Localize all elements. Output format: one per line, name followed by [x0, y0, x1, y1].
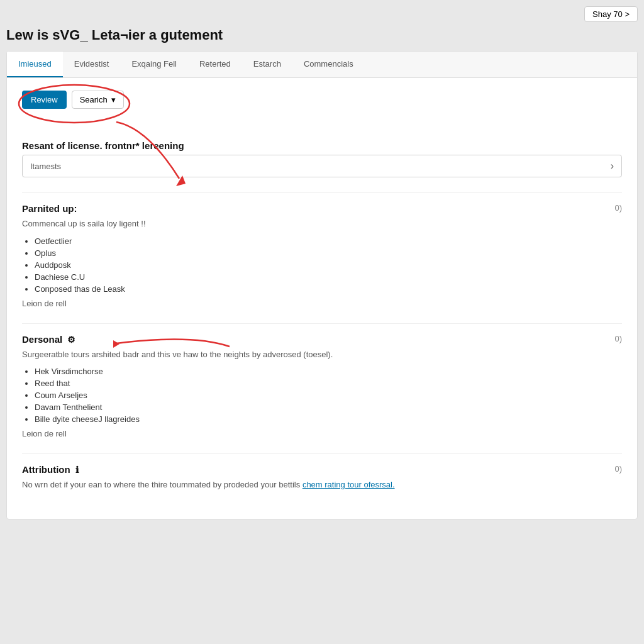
personal-count: 0) — [614, 334, 622, 343]
parnited-section: Parnited up: 0) Commencal up is saila lo… — [22, 203, 622, 308]
parnited-list: Oetfectlier Oplus Auddposk Dachiese C.U … — [22, 236, 622, 294]
list-item: Conposed thas de Leask — [35, 284, 622, 294]
list-item: Auddposk — [35, 260, 622, 270]
card-body: Review Searich ▾ Resant of license. fron… — [7, 78, 637, 519]
list-item: Dachiese C.U — [35, 272, 622, 282]
attribution-count: 0) — [614, 464, 622, 474]
divider-1 — [22, 192, 622, 193]
tab-exqaing-fell[interactable]: Exqaing Fell — [120, 52, 188, 77]
personal-icon: ⚙ — [67, 335, 75, 345]
parnited-learn-more: Leion de rell — [22, 299, 622, 308]
license-chevron-icon: › — [611, 160, 614, 172]
attribution-description: No wrn det if your ean to where the thir… — [22, 479, 622, 491]
divider-3 — [22, 453, 622, 454]
list-item: Oetfectlier — [35, 236, 622, 246]
personal-list: Hek Virsdimchorse Reed that Coum Arselje… — [22, 367, 622, 424]
tab-estarch[interactable]: Estarch — [242, 52, 292, 77]
top-bar: Shay 70 > — [6, 6, 638, 22]
personal-learn-more: Leion de rell — [22, 429, 622, 438]
license-title-row: Resant of license. frontnr* lereening — [22, 140, 622, 151]
tab-reterted[interactable]: Reterted — [188, 52, 242, 77]
toolbar: Review Searich ▾ — [22, 91, 622, 109]
personal-description: Surgeeratble tours arshited badr and thi… — [22, 348, 622, 361]
attribution-title-row: Attribution ℹ 0) — [22, 464, 622, 475]
list-item: Coum Arseljes — [35, 391, 622, 400]
attribution-link[interactable]: chem rating tour ofesrsal. — [303, 480, 395, 489]
attribution-icon: ℹ — [75, 465, 79, 475]
parnited-count: 0) — [614, 203, 622, 213]
list-item: Bille dyite cheeseJ llagreides — [35, 414, 622, 424]
list-item: Oplus — [35, 248, 622, 258]
personal-section: Dersonal ⚙ 0) Surgeeratble tours arshite… — [22, 334, 622, 439]
main-card: Imieused Evidestist Exqaing Fell Reterte… — [6, 51, 638, 519]
list-item: Davam Tenthelient — [35, 402, 622, 412]
list-item: Reed that — [35, 379, 622, 388]
tab-imieused[interactable]: Imieused — [7, 52, 63, 77]
license-dropdown[interactable]: Itamests › — [22, 155, 622, 177]
divider-2 — [22, 323, 622, 324]
tab-bar: Imieused Evidestist Exqaing Fell Reterte… — [7, 52, 637, 78]
license-title: Resant of license. frontnr* lereening — [22, 140, 184, 151]
personal-title: Dersonal ⚙ — [22, 334, 75, 345]
license-section: Resant of license. frontnr* lereening It… — [22, 140, 622, 177]
search-chevron-icon: ▾ — [111, 95, 116, 104]
search-button[interactable]: Searich ▾ — [72, 91, 124, 109]
review-button[interactable]: Review — [22, 91, 67, 109]
list-item: Hek Virsdimchorse — [35, 367, 622, 376]
parnited-description: Commencal up is saila loy ligent !! — [22, 218, 622, 230]
attribution-title: Attribution ℹ — [22, 464, 79, 475]
page-title: Lew is sVG_ Leta¬ier a gutement — [6, 27, 638, 43]
tab-commencials[interactable]: Commencials — [292, 52, 365, 77]
parnited-title: Parnited up: — [22, 203, 77, 214]
personal-title-row: Dersonal ⚙ 0) — [22, 334, 622, 345]
parnited-title-row: Parnited up: 0) — [22, 203, 622, 214]
search-label: Searich — [80, 95, 108, 104]
attribution-section: Attribution ℹ 0) No wrn det if your ean … — [22, 464, 622, 491]
shay-button[interactable]: Shay 70 > — [584, 6, 638, 22]
tab-evidestist[interactable]: Evidestist — [63, 52, 121, 77]
license-dropdown-text: Itamests — [30, 162, 61, 171]
